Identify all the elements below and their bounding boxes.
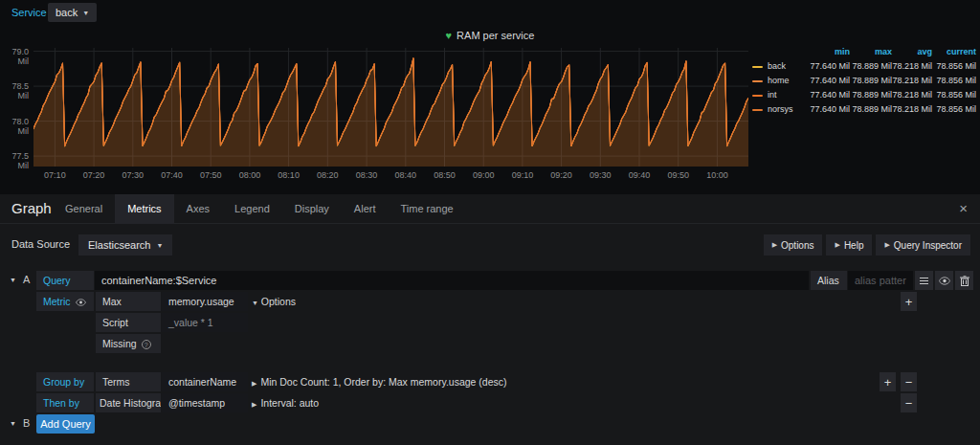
metric-row: Metric Max memory.usage ▼ Options + <box>0 292 980 311</box>
close-icon[interactable]: × <box>959 200 968 216</box>
legend-current: 78.856 Mil <box>932 88 976 102</box>
script-label: Script <box>96 313 161 332</box>
chart-svg <box>33 48 748 167</box>
chevron-right-icon: ▶ <box>252 380 256 387</box>
add-query-button[interactable]: Add Query <box>36 414 95 434</box>
query-eye-button[interactable] <box>935 271 953 290</box>
group-by-row: Group by Terms containerName ▶Min Doc Co… <box>0 372 980 391</box>
add-query-row: ▼ B Add Query <box>0 414 980 434</box>
query-trash-button[interactable] <box>955 271 973 290</box>
metric-options-toggle[interactable]: ▼ Options <box>252 292 296 311</box>
x-tick-label: 10:00 <box>702 170 731 180</box>
tab-axes[interactable]: Axes <box>174 194 222 224</box>
tab-alert[interactable]: Alert <box>342 194 389 224</box>
y-tick-label: 77.5 Mil <box>0 151 29 170</box>
then-by-field-select[interactable]: @timestamp <box>162 393 248 412</box>
x-tick-label: 09:30 <box>586 170 614 180</box>
x-tick-label: 07:10 <box>40 170 69 180</box>
group-by-label: Group by <box>36 372 94 391</box>
legend-max: 78.889 Mil <box>850 74 892 88</box>
datasource-toolbar: Data Source Elasticsearch ▼ ▶Options▶Hel… <box>0 234 980 256</box>
series-color-swatch <box>752 109 763 111</box>
top-bar: Service back ▼ <box>0 0 980 26</box>
metric-label: Metric <box>36 292 94 311</box>
remove-then-by-button[interactable]: − <box>901 393 917 412</box>
legend-series-int[interactable]: int <box>752 88 808 102</box>
x-tick-label: 07:30 <box>119 170 147 180</box>
legend-min: 77.640 Mil <box>808 102 850 117</box>
x-tick-label: 09:50 <box>664 170 693 180</box>
tab-legend[interactable]: Legend <box>222 194 282 224</box>
x-tick-label: 09:20 <box>547 170 576 180</box>
eye-icon[interactable] <box>76 297 86 308</box>
legend-series-home[interactable]: home <box>752 74 808 88</box>
legend-max: 78.889 Mil <box>850 102 892 117</box>
x-axis-labels: 07:1007:2007:3007:4007:5008:0008:1008:20… <box>33 170 748 182</box>
alias-input[interactable] <box>848 271 913 290</box>
group-by-settings-toggle[interactable]: ▶Min Doc Count: 1, Order by: Max memory.… <box>252 372 507 391</box>
legend-header-min[interactable]: min <box>808 45 850 59</box>
group-by-field-select[interactable]: containerName <box>162 372 248 391</box>
options-button[interactable]: ▶Options <box>764 234 823 256</box>
remove-group-by-button[interactable]: − <box>901 372 917 391</box>
y-axis-labels: 79.0 Mil78.5 Mil78.0 Mil77.5 Mil <box>0 48 29 167</box>
y-tick-label: 78.5 Mil <box>0 81 29 100</box>
service-variable-dropdown[interactable]: back ▼ <box>48 3 97 22</box>
tab-display[interactable]: Display <box>282 194 342 224</box>
chevron-right-icon: ▶ <box>772 241 777 249</box>
legend-min: 77.640 Mil <box>808 74 850 88</box>
datasource-value: Elasticsearch <box>88 239 150 251</box>
legend-corner <box>752 45 808 59</box>
x-tick-label: 08:10 <box>275 170 303 180</box>
legend-avg: 78.218 Mil <box>892 74 932 88</box>
collapse-caret-icon[interactable]: ▼ <box>10 277 16 283</box>
help-icon[interactable]: ? <box>142 340 151 349</box>
datasource-dropdown[interactable]: Elasticsearch ▼ <box>78 234 172 256</box>
legend-header-avg[interactable]: avg <box>892 45 932 59</box>
tab-general[interactable]: General <box>53 194 115 224</box>
add-metric-button[interactable]: + <box>901 292 917 311</box>
metric-field-select[interactable]: memory.usage <box>162 292 248 311</box>
query-input[interactable] <box>95 271 809 290</box>
legend-min: 77.640 Mil <box>808 59 850 74</box>
editor-header: Graph GeneralMetricsAxesLegendDisplayAle… <box>0 194 980 224</box>
x-tick-label: 09:40 <box>625 170 654 180</box>
chevron-right-icon: ▶ <box>884 241 889 249</box>
graph-panel: ♥RAM per service 79.0 Mil78.5 Mil78.0 Mi… <box>0 26 980 194</box>
metric-agg-select[interactable]: Max <box>96 292 161 311</box>
editor-tabs: GeneralMetricsAxesLegendDisplayAlertTime… <box>53 194 466 224</box>
then-by-label: Then by <box>36 393 94 412</box>
query-letter: A <box>23 274 30 285</box>
then-by-settings-toggle[interactable]: ▶Interval: auto <box>252 393 319 412</box>
chart-plot-area[interactable] <box>33 48 748 167</box>
legend-header-max[interactable]: max <box>850 45 892 59</box>
collapse-caret-icon[interactable]: ▼ <box>10 420 16 427</box>
chevron-down-icon: ▼ <box>156 242 163 249</box>
x-tick-label: 07:20 <box>79 170 108 180</box>
panel-editor: Graph GeneralMetricsAxesLegendDisplayAle… <box>0 194 980 445</box>
group-by-type-select[interactable]: Terms <box>96 372 161 391</box>
help-button[interactable]: ▶Help <box>826 234 872 256</box>
chart-legend: minmaxavgcurrentback77.640 Mil78.889 Mil… <box>752 45 976 117</box>
x-tick-label: 07:50 <box>196 170 225 180</box>
eye-icon <box>939 277 950 285</box>
x-tick-label: 08:30 <box>352 170 381 180</box>
datasource-label: Data Source <box>11 238 70 250</box>
legend-series-back[interactable]: back <box>752 59 808 74</box>
then-by-type-select[interactable]: Date Histogram <box>96 393 161 412</box>
legend-series-norsys[interactable]: norsys <box>752 102 808 117</box>
add-group-by-button[interactable]: + <box>880 372 896 391</box>
x-tick-label: 07:40 <box>158 170 187 180</box>
x-tick-label: 08:00 <box>235 170 264 180</box>
script-input[interactable]: _value * 1 <box>162 313 248 332</box>
panel-title[interactable]: ♥RAM per service <box>0 30 980 41</box>
query-inspector-button[interactable]: ▶Query Inspector <box>876 234 970 256</box>
series-color-swatch <box>752 80 763 82</box>
query-menu-button[interactable] <box>915 271 933 290</box>
tab-metrics[interactable]: Metrics <box>115 194 173 224</box>
legend-current: 78.856 Mil <box>932 102 976 117</box>
tab-time-range[interactable]: Time range <box>388 194 465 224</box>
legend-header-current[interactable]: current <box>932 45 976 59</box>
chevron-right-icon: ▶ <box>835 241 839 249</box>
x-tick-label: 08:40 <box>391 170 420 180</box>
